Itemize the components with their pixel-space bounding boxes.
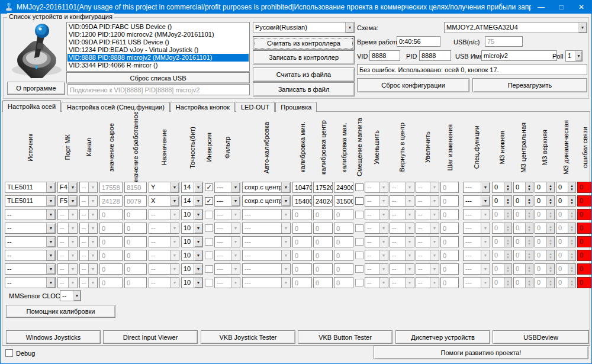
device-list-item[interactable]: VID:1200 PID:1200 microcv2 (MMJoy2-20161… bbox=[67, 31, 249, 38]
scheme-select[interactable]: MMJOY2.ATMEGA32U4▼ bbox=[444, 22, 587, 33]
device-list-item[interactable]: VID:09DA PID:F611 USB Device () bbox=[67, 38, 249, 46]
device-list-item[interactable]: VID:1234 PID:BEAD vJoy - Virtual Joystic… bbox=[67, 46, 249, 54]
axis-mz_low-spinner[interactable]: 0▲▼ bbox=[492, 182, 512, 193]
axis-precision-select[interactable]: 14▼ bbox=[181, 195, 203, 207]
minimize-button[interactable]: — bbox=[531, 1, 551, 14]
axis-cal_max-field[interactable]: 0 bbox=[334, 277, 353, 288]
axis-spec_func-select[interactable]: ---▼ bbox=[463, 182, 490, 193]
device-list-item[interactable]: VID:09DA PID:FABC USB Device () bbox=[67, 23, 249, 31]
axis-cal_max-field[interactable]: 0 bbox=[334, 209, 353, 220]
tool-button-windows-joysticks[interactable]: Windows Joysticks bbox=[6, 330, 101, 344]
axis-cal_min-field[interactable]: 0 bbox=[292, 223, 312, 234]
maximize-button[interactable]: □ bbox=[551, 1, 571, 14]
axis-mz_high-spinner[interactable]: 0▲▼ bbox=[535, 182, 555, 193]
axis-assign-select[interactable]: X▼ bbox=[149, 195, 179, 207]
axis-cal_min-field[interactable]: 0 bbox=[292, 263, 312, 275]
axis-cal_min-field[interactable]: 0 bbox=[292, 236, 312, 247]
calibration-helper-button[interactable]: Помощник калибровки bbox=[6, 305, 115, 318]
axis-cal_min-field[interactable]: 0 bbox=[292, 277, 312, 288]
language-select[interactable]: Русский(Russian)▼ bbox=[253, 22, 355, 33]
axis-cal_max-field[interactable]: 24900 bbox=[334, 182, 353, 193]
axis-source-select[interactable]: TLE5011▼ bbox=[5, 182, 56, 193]
axis-mz_low-spinner[interactable]: 0▲▼ bbox=[492, 195, 512, 207]
axis-precision-select[interactable]: 10▼ bbox=[181, 209, 203, 220]
axis-filter-select[interactable]: ---▼ bbox=[214, 195, 240, 207]
axis-cal_center-field[interactable]: 0 bbox=[313, 277, 333, 288]
mmsensor-clock-select[interactable]: --▼ bbox=[60, 290, 81, 301]
axis-mz_center-spinner[interactable]: 0▲▼ bbox=[513, 195, 533, 207]
device-list-item[interactable]: VID:3344 PID:4066 R-mircor () bbox=[67, 62, 249, 69]
vid-field[interactable]: 8888 bbox=[369, 50, 400, 61]
axis-cal_max-field[interactable]: 0 bbox=[334, 223, 353, 234]
axis-cal_center-field[interactable]: 0 bbox=[313, 236, 333, 247]
axis-precision-select[interactable]: 14▼ bbox=[181, 182, 203, 193]
axis-cal_max-field[interactable]: 0 bbox=[334, 250, 353, 261]
pid-field[interactable]: 8888 bbox=[419, 50, 451, 61]
tool-button-vkb-button-tester[interactable]: VKB Button Tester bbox=[298, 330, 392, 344]
read-from-controller-button[interactable]: Считать из контроллера bbox=[253, 36, 355, 50]
axis-spec_func-select[interactable]: ---▼ bbox=[463, 195, 490, 207]
close-button[interactable]: ✕ bbox=[571, 1, 591, 14]
tab-прошивка[interactable]: Прошивка bbox=[275, 102, 317, 112]
axis-filter-select[interactable]: ---▼ bbox=[214, 182, 240, 193]
axis-cal_max-field[interactable]: 0 bbox=[334, 263, 353, 275]
axis-source-select[interactable]: --▼ bbox=[5, 250, 56, 261]
axis-mz_center-spinner[interactable]: 0▲▼ bbox=[513, 182, 533, 193]
tool-button-диспетчер-устройств[interactable]: Диспетчер устройств bbox=[395, 330, 490, 344]
reset-config-button[interactable]: Сброс конфигурации bbox=[357, 78, 469, 92]
read-from-file-button[interactable]: Считать из файла bbox=[253, 67, 355, 82]
axis-source-select[interactable]: --▼ bbox=[5, 263, 56, 275]
tab-настройка-осей-спец-функции-[interactable]: Настройка осей (Спец.функции) bbox=[62, 102, 170, 112]
axis-cal_center-field[interactable]: 0 bbox=[313, 223, 333, 234]
poll-select[interactable]: 1▼ bbox=[565, 50, 583, 62]
axis-precision-select[interactable]: 10▼ bbox=[181, 236, 203, 247]
axis-source-select[interactable]: --▼ bbox=[5, 223, 56, 234]
axis-cal_center-field[interactable]: 24024 bbox=[313, 195, 333, 207]
write-to-controller-button[interactable]: Записать в контроллер bbox=[253, 50, 355, 65]
axis-magnet_offset-checkbox[interactable] bbox=[355, 183, 363, 191]
reset-usb-list-button[interactable]: Сброс списка USB bbox=[66, 72, 250, 83]
axis-cal_max-field[interactable]: 0 bbox=[334, 236, 353, 247]
reboot-button[interactable]: Перезагрузить bbox=[472, 78, 587, 92]
tab-настройка-осей[interactable]: Настройка осей bbox=[2, 100, 61, 112]
axis-port-select[interactable]: F4▼ bbox=[57, 182, 78, 193]
axis-assign-select[interactable]: Y▼ bbox=[149, 182, 179, 193]
axis-cal_center-field[interactable]: 0 bbox=[313, 263, 333, 275]
axis-inversion-checkbox[interactable]: ✓ bbox=[205, 183, 213, 191]
axis-source-select[interactable]: --▼ bbox=[5, 277, 56, 288]
axis-precision-select[interactable]: 10▼ bbox=[181, 277, 203, 288]
debug-checkbox[interactable] bbox=[5, 349, 13, 357]
usb-device-list[interactable]: VID:09DA PID:FABC USB Device ()VID:1200 … bbox=[66, 22, 250, 72]
axis-cal_min-field[interactable]: 0 bbox=[292, 250, 312, 261]
tab-led-out[interactable]: LED-OUT bbox=[236, 102, 275, 112]
axis-cal_min-field[interactable]: 10470 bbox=[292, 182, 312, 193]
axis-precision-select[interactable]: 10▼ bbox=[181, 250, 203, 261]
axis-cal_center-field[interactable]: 0 bbox=[313, 209, 333, 220]
axis-cal_center-field[interactable]: 0 bbox=[313, 250, 333, 261]
axis-autocalib-select[interactable]: сохр.с центром▼ bbox=[242, 182, 291, 193]
axis-mz_dynamic-spinner[interactable]: 0▲▼ bbox=[556, 195, 576, 207]
axis-magnet_offset-checkbox[interactable] bbox=[355, 197, 363, 205]
axis-cal_center-field[interactable]: 17520 bbox=[313, 182, 333, 193]
tool-button-direct-input-viewer[interactable]: Direct Input Viewer bbox=[103, 330, 198, 344]
axis-cal_min-field[interactable]: 0 bbox=[292, 209, 312, 220]
axis-mz_dynamic-spinner[interactable]: 0▲▼ bbox=[556, 182, 576, 193]
axis-autocalib-select[interactable]: сохр.с центром▼ bbox=[242, 195, 291, 207]
donate-button[interactable]: Помоги развитию проекта! bbox=[374, 346, 588, 359]
axis-source-select[interactable]: --▼ bbox=[5, 236, 56, 247]
about-button[interactable]: О программе bbox=[7, 82, 65, 95]
axis-cal_min-field[interactable]: 15400 bbox=[292, 195, 312, 207]
debug-option[interactable]: Debug bbox=[5, 349, 35, 357]
axis-cal_max-field[interactable]: 31500 bbox=[334, 195, 353, 207]
axis-source-select[interactable]: --▼ bbox=[5, 209, 56, 220]
axis-port-select[interactable]: F5▼ bbox=[57, 195, 78, 207]
axis-source-select[interactable]: TLE5011▼ bbox=[5, 195, 56, 207]
usb-name-field[interactable]: microjv2 bbox=[481, 50, 557, 61]
axis-inversion-checkbox[interactable]: ✓ bbox=[205, 197, 213, 205]
write-to-file-button[interactable]: Записать в файл bbox=[253, 82, 355, 96]
tab-настройка-кнопок[interactable]: Настройка кнопок bbox=[170, 102, 235, 112]
device-list-item[interactable]: VID:8888 PID:8888 microjv2 (MMJoy2-20161… bbox=[67, 54, 249, 62]
axis-precision-select[interactable]: 10▼ bbox=[181, 223, 203, 234]
tool-button-usbdeview[interactable]: USBDeview bbox=[493, 330, 589, 344]
tool-button-vkb-joystick-tester[interactable]: VKB Joystick Tester bbox=[201, 330, 295, 344]
